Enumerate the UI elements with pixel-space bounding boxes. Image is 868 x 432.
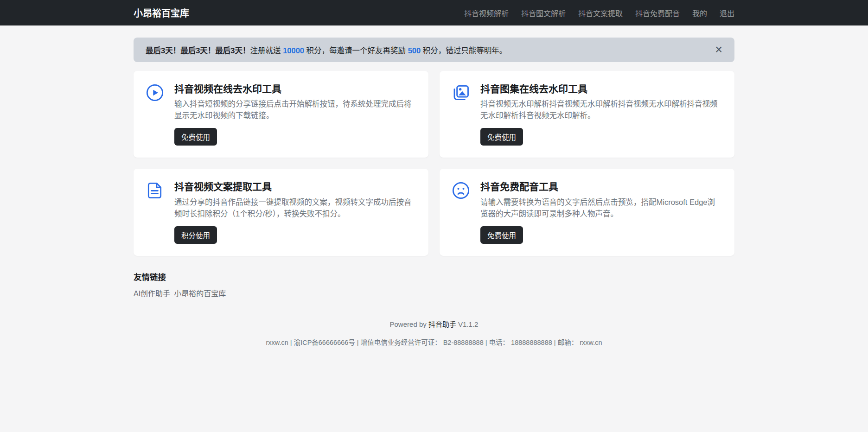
nav-menu: 抖音视频解析 抖音图文解析 抖音文案提取 抖音免费配音 我的 退出 — [464, 7, 734, 19]
tools-grid: 抖音视频在线去水印工具 输入抖音短视频的分享链接后点击开始解析按钮，待系统处理完… — [134, 71, 734, 256]
frown-face-icon — [452, 181, 470, 200]
powered-by-line: Powered by 抖音助手 V1.1.2 — [134, 319, 734, 329]
powered-version: V1.1.2 — [458, 320, 478, 328]
play-circle-icon — [146, 83, 164, 102]
promo-text-bold: 最后3天！最后3天！最后3天！ — [146, 46, 250, 55]
main-content: 最后3天！最后3天！最后3天！注册就送 10000 积分，每邀请一个好友再奖励 … — [134, 38, 734, 347]
card-description: 通过分享的抖音作品链接一键提取视频的文案，视频转文字成功后按音频时长扣除积分（1… — [174, 197, 415, 220]
card-description: 输入抖音短视频的分享链接后点击开始解析按钮，待系统处理完成后将显示无水印视频的下… — [174, 98, 415, 121]
close-icon[interactable]: × — [711, 38, 726, 62]
file-text-icon — [146, 181, 164, 200]
card-action-button[interactable]: 免费使用 — [480, 128, 523, 146]
friend-links-section: 友情链接 AI创作助手 小昂裕的百宝库 — [134, 271, 734, 299]
friend-link-treasure-box[interactable]: 小昂裕的百宝库 — [174, 287, 226, 299]
card-description: 请输入需要转换为语音的文字后然后点击预览，搭配Microsoft Edge浏览器… — [480, 197, 721, 220]
nav-item-logout[interactable]: 退出 — [720, 7, 734, 19]
nav-item-mine[interactable]: 我的 — [692, 7, 707, 19]
card-title: 抖音图集在线去水印工具 — [480, 83, 721, 95]
nav-item-copywriting-extract[interactable]: 抖音文案提取 — [578, 7, 623, 19]
promo-points-signup: 10000 — [283, 46, 304, 55]
footer-legal: rxxw.cn | 渝ICP备66666666号 | 增值电信业务经营许可证： … — [134, 337, 734, 347]
promo-points-invite: 500 — [408, 46, 421, 55]
tool-card-copywriting-extract: 抖音视频文案提取工具 通过分享的抖音作品链接一键提取视频的文案，视频转文字成功后… — [134, 169, 428, 255]
promo-banner: 最后3天！最后3天！最后3天！注册就送 10000 积分，每邀请一个好友再奖励 … — [134, 38, 734, 62]
powered-by-text: Powered by — [390, 320, 427, 328]
card-title: 抖音视频文案提取工具 — [174, 180, 415, 193]
friend-links-title: 友情链接 — [134, 271, 734, 282]
nav-item-image-text-parse[interactable]: 抖音图文解析 — [521, 7, 566, 19]
promo-text: 最后3天！最后3天！最后3天！注册就送 10000 积分，每邀请一个好友再奖励 … — [146, 44, 507, 56]
card-description: 抖音视频无水印解析抖音视频无水印解析抖音视频无水印解析抖音视频无水印解析抖音视频… — [480, 98, 721, 121]
friend-links-row: AI创作助手 小昂裕的百宝库 — [134, 287, 734, 299]
card-action-button[interactable]: 积分使用 — [174, 226, 217, 244]
powered-app-link[interactable]: 抖音助手 — [428, 320, 456, 328]
card-title: 抖音视频在线去水印工具 — [174, 83, 415, 95]
tool-card-free-dubbing: 抖音免费配音工具 请输入需要转换为语音的文字后然后点击预览，搭配Microsof… — [440, 169, 734, 255]
top-navbar: 小昂裕百宝库 抖音视频解析 抖音图文解析 抖音文案提取 抖音免费配音 我的 退出 — [0, 0, 868, 25]
nav-item-video-parse[interactable]: 抖音视频解析 — [464, 7, 509, 19]
brand-logo[interactable]: 小昂裕百宝库 — [134, 6, 189, 19]
images-icon — [452, 83, 470, 102]
tool-card-image-watermark: 抖音图集在线去水印工具 抖音视频无水印解析抖音视频无水印解析抖音视频无水印解析抖… — [440, 71, 734, 158]
card-action-button[interactable]: 免费使用 — [174, 128, 217, 146]
nav-item-free-dubbing[interactable]: 抖音免费配音 — [635, 7, 680, 19]
friend-link-ai-assistant[interactable]: AI创作助手 — [134, 287, 170, 299]
card-action-button[interactable]: 免费使用 — [480, 226, 523, 244]
tool-card-video-watermark: 抖音视频在线去水印工具 输入抖音短视频的分享链接后点击开始解析按钮，待系统处理完… — [134, 71, 428, 158]
card-title: 抖音免费配音工具 — [480, 180, 721, 193]
